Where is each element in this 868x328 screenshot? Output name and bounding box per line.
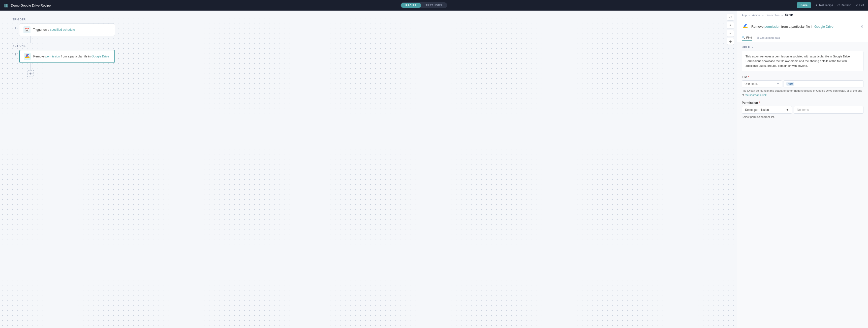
nav-right: Save ✦ Test recipe ↺ Refresh ✕ Exit xyxy=(797,2,864,8)
recipe-canvas: ↺ + − ⊕ TRIGGER 1 📅 Trigger on a specifi… xyxy=(0,10,737,328)
nav-left: ▦ Demo Google Drive Recipe xyxy=(4,2,51,8)
breadcrumb-arrow-1: → xyxy=(748,14,751,17)
breadcrumb-setup[interactable]: Setup xyxy=(785,13,793,17)
recipe-flow: TRIGGER 1 📅 Trigger on a specified sched… xyxy=(0,10,737,85)
chevron-up-icon: ▲ xyxy=(751,46,754,49)
right-panel: App → Action → Connection → Setup Remove… xyxy=(737,10,868,328)
connector-2 xyxy=(30,63,31,70)
tab-recipe[interactable]: RECIPE xyxy=(401,3,421,8)
step-1-link[interactable]: specified schedule xyxy=(50,28,75,32)
step-1-row: 1 📅 Trigger on a specified schedule xyxy=(12,24,724,36)
breadcrumb-app[interactable]: App xyxy=(742,13,747,17)
step-1-text: Trigger on a specified schedule xyxy=(33,28,75,32)
file-field-label: File * xyxy=(742,75,864,79)
actions-label: ACTIONS xyxy=(12,44,724,47)
file-id-input-box: ABC xyxy=(783,80,864,88)
step-2-link1[interactable]: permission xyxy=(45,55,60,58)
permission-field-hint: Select permission from list. xyxy=(742,115,864,119)
refresh-link[interactable]: ↺ Refresh xyxy=(837,3,851,7)
breadcrumb-arrow-2: → xyxy=(762,14,764,17)
file-field-row: Use file ID ▼ ABC xyxy=(742,80,864,88)
tab-group-map[interactable]: ⊞ Group map data xyxy=(756,35,780,40)
app-logo-icon: ▦ xyxy=(4,2,8,8)
breadcrumb-action[interactable]: Action xyxy=(752,13,760,17)
step-1-number: 1 xyxy=(12,27,16,30)
nav-tabs: RECIPE TEST JOBS xyxy=(401,2,447,8)
file-type-select[interactable]: Use file ID ▼ xyxy=(742,80,782,88)
permission-required-marker: * xyxy=(759,101,760,104)
refresh-icon: ↺ xyxy=(837,3,840,7)
group-map-icon: ⊞ xyxy=(756,36,759,39)
no-items-box: No items xyxy=(794,106,864,113)
help-text: This action removes a permission associa… xyxy=(742,51,864,71)
breadcrumb: App → Action → Connection → Setup xyxy=(737,10,868,20)
panel-close-button[interactable]: ✕ xyxy=(860,24,864,29)
file-select-chevron-icon: ▼ xyxy=(777,83,779,86)
abc-badge: ABC xyxy=(786,82,794,86)
tab-testjobs[interactable]: TEST JOBS xyxy=(421,3,447,8)
step-2-row: 2 Remove permission from a particular fi… xyxy=(12,50,724,63)
help-toggle[interactable]: HELP ▲ xyxy=(742,46,864,49)
step-2-link2[interactable]: Google Drive xyxy=(92,55,109,58)
help-section: HELP ▲ This action removes a permission … xyxy=(742,46,864,71)
exit-link[interactable]: ✕ Exit xyxy=(856,3,864,7)
shareable-link[interactable]: the shareable link xyxy=(745,94,767,97)
panel-tabs: 🔍 Find ⊞ Group map data xyxy=(737,33,868,42)
permission-field-section: Permission * Select permission ▼ No item… xyxy=(742,101,864,119)
file-id-input[interactable] xyxy=(796,82,861,86)
file-field-section: File * Use file ID ▼ ABC File ID can be … xyxy=(742,75,864,97)
trigger-icon: 📅 xyxy=(24,26,31,33)
top-nav: ▦ Demo Google Drive Recipe RECIPE TEST J… xyxy=(0,0,868,10)
file-required-marker: * xyxy=(748,75,749,79)
permission-field-label: Permission * xyxy=(742,101,864,104)
step-2-card[interactable]: Remove permission from a particular file… xyxy=(19,50,115,63)
main-layout: ↺ + − ⊕ TRIGGER 1 📅 Trigger on a specifi… xyxy=(0,10,868,328)
permission-field-row: Select permission ▼ No items xyxy=(742,106,864,113)
trigger-label: TRIGGER xyxy=(12,18,724,21)
step-2-number: 2 xyxy=(12,53,16,56)
panel-header-left: Remove permission from a particular file… xyxy=(742,23,834,30)
step-1-card[interactable]: 📅 Trigger on a specified schedule xyxy=(19,24,115,36)
test-recipe-link[interactable]: ✦ Test recipe xyxy=(815,3,833,7)
connector-1 xyxy=(30,36,31,43)
save-button[interactable]: Save xyxy=(797,2,811,8)
exit-icon: ✕ xyxy=(856,3,858,7)
breadcrumb-arrow-3: → xyxy=(781,14,783,17)
gdrive-header-icon xyxy=(742,23,749,30)
breadcrumb-connection[interactable]: Connection xyxy=(766,13,779,17)
panel-header: Remove permission from a particular file… xyxy=(737,20,868,33)
file-field-hint: File ID can be found in the output of ot… xyxy=(742,89,864,97)
step-2-text: Remove permission from a particular file… xyxy=(33,55,109,58)
test-icon: ✦ xyxy=(815,3,817,7)
find-icon: 🔍 xyxy=(742,36,745,39)
panel-title: Remove permission from a particular file… xyxy=(751,25,834,29)
panel-content: HELP ▲ This action removes a permission … xyxy=(737,42,868,328)
app-title: Demo Google Drive Recipe xyxy=(11,3,51,7)
permission-select-chevron-icon: ▼ xyxy=(786,108,789,111)
permission-select[interactable]: Select permission ▼ xyxy=(742,106,792,113)
add-step-button[interactable]: + xyxy=(27,70,34,77)
tab-find[interactable]: 🔍 Find xyxy=(742,35,752,40)
gdrive-step-icon xyxy=(24,53,31,60)
